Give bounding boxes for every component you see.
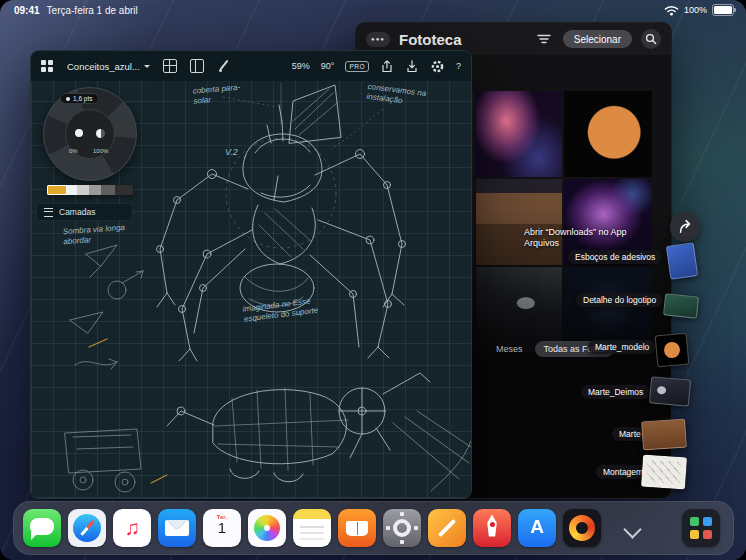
photo-thumbnail-mars[interactable]: [564, 91, 652, 177]
safari-app-icon[interactable]: [68, 509, 106, 547]
document-title: Conceitos_azul...: [67, 61, 140, 72]
mail-flap: [165, 520, 188, 529]
color-swatch[interactable]: [115, 185, 133, 195]
opacity-min-label: 0%: [69, 148, 78, 154]
panels-icon[interactable]: [190, 59, 204, 73]
rotation-value[interactable]: 90°: [321, 61, 335, 71]
canvas-annotation: V.2: [225, 147, 238, 158]
messages-app-icon[interactable]: [23, 509, 61, 547]
import-icon[interactable]: [405, 59, 419, 74]
color-swatch[interactable]: [67, 185, 77, 195]
pen-icon[interactable]: [217, 59, 231, 73]
drag-item-thumbnail: [641, 455, 687, 490]
photo-thumbnail-nebula-pink[interactable]: [476, 91, 562, 177]
mail-app-icon[interactable]: [158, 509, 196, 547]
opacity-max-label: 100%: [93, 148, 108, 154]
settings-app-icon[interactable]: [383, 509, 421, 547]
select-button[interactable]: Selecionar: [563, 30, 632, 48]
apps-grid-icon[interactable]: [41, 60, 54, 73]
toolbar-left-group: Conceitos_azul...: [41, 59, 231, 73]
drag-item-thumbnail: [663, 293, 699, 318]
photos-app-title: Fototeca: [399, 31, 462, 48]
battery-icon: [712, 4, 734, 16]
color-swatch[interactable]: [101, 185, 115, 195]
document-title-button[interactable]: Conceitos_azul...: [67, 61, 150, 72]
photo-thumbnail-desert[interactable]: [476, 179, 562, 265]
multitask-menu-icon[interactable]: ●●●: [366, 32, 390, 47]
share-forward-button[interactable]: [670, 212, 700, 242]
music-app-icon[interactable]: ♫: [113, 509, 151, 547]
battery-percentage: 100%: [684, 5, 707, 15]
layers-panel-title: Camadas: [59, 207, 95, 217]
ipad-screen: 09:41 Terça-feira 1 de abril 100% ●●● Fo…: [0, 0, 746, 560]
color-swatch[interactable]: [47, 185, 67, 195]
zoom-level[interactable]: 59%: [292, 61, 310, 71]
layers-panel-header[interactable]: Camadas: [36, 203, 133, 221]
color-dot-icon[interactable]: [75, 129, 83, 137]
search-icon[interactable]: [641, 29, 661, 49]
help-icon[interactable]: ?: [456, 61, 461, 71]
status-indicators: 100%: [664, 4, 734, 16]
hamburger-icon: [44, 208, 53, 217]
chevron-down-icon: [144, 65, 150, 71]
drag-item-thumbnail: [666, 242, 698, 280]
blend-mode-icon[interactable]: [96, 129, 105, 138]
chevron-down-icon[interactable]: [623, 520, 641, 538]
tab-months[interactable]: Meses: [496, 344, 523, 354]
color-swatch[interactable]: [89, 185, 101, 195]
toolbar-right-group: 59% 90° PRO ?: [292, 59, 461, 74]
mail-envelope-glyph: [165, 520, 189, 536]
drag-item-label: Esboços de adesivos: [568, 250, 662, 264]
calendar-app-icon[interactable]: Ter. 1: [203, 509, 241, 547]
concepts-window: Conceitos_azul... 59% 90° PRO: [30, 50, 472, 499]
drop-hint-toast: Abrir “Downloads” no App Arquivos: [524, 227, 659, 250]
notes-app-icon[interactable]: [293, 509, 331, 547]
rocket-app-icon[interactable]: [473, 509, 511, 547]
brush-size-readout: 1,6 pts: [60, 93, 99, 104]
brush-tool-wheel[interactable]: 1,6 pts 0% 100%: [43, 87, 137, 181]
status-date: Terça-feira 1 de abril: [47, 5, 138, 16]
color-swatch-bar: [47, 185, 133, 195]
swirl-browser-app-icon[interactable]: [563, 509, 601, 547]
share-forward-icon: [676, 218, 694, 236]
gear-icon[interactable]: [430, 59, 445, 74]
color-swatch[interactable]: [77, 185, 89, 195]
draw-app-icon[interactable]: [428, 509, 466, 547]
calendar-day: 1: [203, 520, 241, 537]
clock: 09:41: [14, 5, 40, 16]
concepts-toolbar[interactable]: Conceitos_azul... 59% 90° PRO: [31, 51, 471, 81]
drag-item-thumbnail: [655, 333, 690, 368]
books-app-icon[interactable]: [338, 509, 376, 547]
photos-app-icon[interactable]: [248, 509, 286, 547]
app-library-icon[interactable]: [682, 509, 720, 547]
drag-item-label: Marte_modelo: [588, 340, 656, 354]
pro-badge[interactable]: PRO: [345, 61, 369, 72]
drag-item-thumbnail: [649, 376, 691, 406]
drag-item-thumbnail: [641, 419, 687, 451]
app-store-icon[interactable]: [518, 509, 556, 547]
drag-item-label: Detalhe do logotipo: [576, 293, 663, 307]
dock: ♫ Ter. 1: [13, 501, 734, 555]
wifi-icon: [664, 4, 679, 16]
status-bar: 09:41 Terça-feira 1 de abril 100%: [0, 0, 746, 20]
share-icon[interactable]: [380, 59, 394, 74]
filter-icon[interactable]: [534, 29, 554, 49]
drag-item-label: Marte_Deimos: [581, 385, 650, 399]
grid-icon[interactable]: [163, 59, 177, 73]
